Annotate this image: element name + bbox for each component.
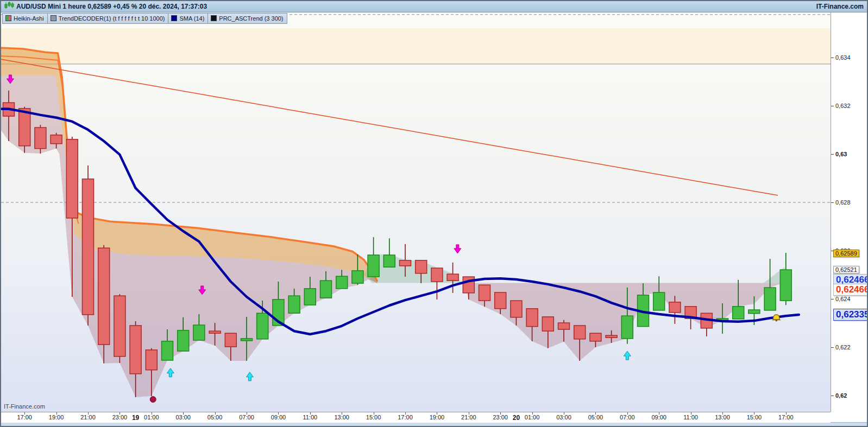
- y-tick-mark: [831, 202, 834, 203]
- candle-body[interactable]: [178, 330, 189, 351]
- candle-body[interactable]: [35, 128, 46, 149]
- x-tick-label: 17:00: [778, 414, 794, 420]
- candle-body[interactable]: [400, 260, 411, 266]
- gray-swatch-icon: [51, 15, 56, 21]
- y-tick-mark: [831, 58, 834, 58]
- y-tick-label: 0,62: [835, 392, 847, 399]
- x-tick-label: 01:00: [525, 414, 540, 420]
- indicator-tab-4[interactable]: PRC_ASCTrend (3 300): [208, 13, 287, 24]
- x-tick-label: 23:00: [493, 414, 508, 420]
- candle-body[interactable]: [606, 335, 617, 337]
- indicator-tab-label: TrendDECODER(1) (t f f f f f t t 10 1000…: [59, 15, 165, 22]
- x-tick-label: 19:00: [430, 414, 445, 420]
- y-tick-label: 0,622: [835, 344, 851, 350]
- heikin-swatch-icon: [5, 15, 11, 21]
- candle-body[interactable]: [764, 288, 776, 310]
- price-axis[interactable]: 0,6340,6320,630,6280,6260,6240,6220,620,…: [831, 12, 868, 422]
- indicator-tab-1[interactable]: Heikin-Ashi: [2, 13, 48, 24]
- candle-body[interactable]: [669, 302, 681, 313]
- candle-body[interactable]: [479, 285, 490, 301]
- candle-body[interactable]: [336, 276, 348, 289]
- candle-body[interactable]: [352, 271, 363, 283]
- cream-zone: [1, 28, 831, 64]
- title-bar: AUD/USD Mini 1 heure 0,62589 +0,45 % 20 …: [1, 1, 867, 12]
- candle-body[interactable]: [653, 292, 665, 310]
- sell-dot-icon: [150, 397, 156, 403]
- candle-body[interactable]: [304, 289, 316, 305]
- candle-body[interactable]: [257, 313, 268, 339]
- candle-body[interactable]: [590, 333, 601, 341]
- x-tick-label: 17:00: [17, 414, 32, 420]
- candle-body[interactable]: [225, 333, 236, 347]
- candle-body[interactable]: [83, 179, 94, 315]
- candle-body[interactable]: [320, 281, 332, 298]
- price-chart-canvas[interactable]: [1, 12, 831, 412]
- blue-swatch-icon: [171, 15, 177, 21]
- candle-body[interactable]: [558, 323, 570, 329]
- x-tick-label: 11:00: [303, 414, 317, 420]
- candle-body[interactable]: [780, 270, 791, 301]
- x-tick-label: 15:00: [366, 414, 381, 420]
- candle-body[interactable]: [19, 109, 30, 146]
- candle-body[interactable]: [495, 292, 506, 309]
- candle-body[interactable]: [526, 309, 538, 327]
- candle-body[interactable]: [733, 307, 744, 319]
- indicator-tab-label: Heikin-Ashi: [14, 15, 44, 22]
- brand-link[interactable]: IT-Finance.com: [816, 3, 864, 10]
- black-swatch-icon: [211, 15, 217, 21]
- candle-body[interactable]: [368, 255, 379, 277]
- y-tick-mark: [831, 396, 834, 396]
- candle-body[interactable]: [193, 325, 205, 340]
- candle-body[interactable]: [463, 277, 474, 293]
- candle-body[interactable]: [146, 350, 157, 370]
- x-tick-label: 09:00: [271, 414, 286, 420]
- y-tick-mark: [831, 106, 834, 106]
- x-tick-label: 11:00: [683, 414, 698, 420]
- candle-body[interactable]: [241, 339, 253, 341]
- price-badge-redbig: 0,62466: [833, 284, 868, 296]
- candle-body[interactable]: [749, 310, 760, 314]
- x-tick-label: 05:00: [588, 414, 603, 420]
- x-tick-label: 15:00: [747, 414, 762, 420]
- chart-window: AUD/USD Mini 1 heure 0,62589 +0,45 % 20 …: [0, 0, 868, 427]
- x-tick-label: 17:00: [398, 414, 413, 420]
- x-tick-label: 03:00: [175, 414, 191, 420]
- candle-body[interactable]: [98, 248, 110, 345]
- indicator-toolbar: Heikin-AshiTrendDECODER(1) (t f f f f f …: [2, 13, 287, 24]
- x-tick-label: 19:00: [49, 414, 64, 420]
- candle-body[interactable]: [130, 326, 141, 374]
- candle-body[interactable]: [542, 317, 553, 331]
- candle-body[interactable]: [114, 296, 125, 356]
- x-tick-label: 05:00: [207, 414, 223, 420]
- candle-body[interactable]: [383, 255, 395, 267]
- y-tick-label: 0,63: [835, 151, 847, 157]
- chart-title: AUD/USD Mini 1 heure 0,62589 +0,45 % 20 …: [16, 3, 207, 10]
- mini-candles-icon: [4, 2, 14, 11]
- bottom-strip: [1, 422, 867, 427]
- x-tick-label: 23:00: [112, 414, 128, 420]
- x-tick-label: 07:00: [620, 414, 635, 420]
- candle-body[interactable]: [431, 268, 443, 282]
- indicator-tab-2[interactable]: TrendDECODER(1) (t f f f f f t t 10 1000…: [48, 13, 169, 24]
- candle-body[interactable]: [574, 326, 586, 339]
- candle-body[interactable]: [288, 296, 300, 313]
- x-day-label: 20: [513, 414, 520, 422]
- time-axis[interactable]: 17:0019:0021:0023:001901:0003:0005:0007:…: [1, 412, 831, 423]
- x-tick-label: 21:00: [80, 414, 96, 420]
- candle-body[interactable]: [162, 341, 173, 360]
- y-tick-label: 0,628: [835, 199, 851, 206]
- candle-body[interactable]: [51, 135, 62, 144]
- candle-body[interactable]: [621, 316, 633, 339]
- y-tick-label: 0,624: [835, 296, 851, 302]
- candle-body[interactable]: [66, 139, 78, 218]
- x-tick-label: 03:00: [556, 414, 571, 420]
- price-badge-white: 0,62521: [833, 266, 859, 273]
- indicator-tab-3[interactable]: SMA (14): [168, 13, 208, 24]
- candle-body[interactable]: [511, 301, 522, 317]
- candle-body[interactable]: [416, 260, 427, 273]
- candle-body[interactable]: [209, 331, 221, 333]
- candle-body[interactable]: [447, 274, 458, 281]
- x-day-label: 19: [132, 414, 139, 422]
- y-tick-mark: [831, 299, 834, 299]
- indicator-tab-label: PRC_ASCTrend (3 300): [219, 15, 283, 22]
